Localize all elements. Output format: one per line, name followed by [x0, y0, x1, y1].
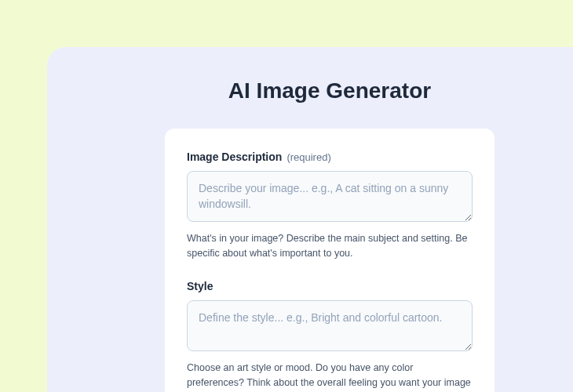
- image-description-input[interactable]: [187, 171, 473, 222]
- field-style: Style Choose an art style or mood. Do yo…: [187, 280, 473, 392]
- form-card: Image Description (required) What's in y…: [165, 129, 495, 392]
- main-panel: AI Image Generator Image Description (re…: [47, 47, 573, 392]
- required-tag: (required): [286, 151, 330, 163]
- page-title: AI Image Generator: [47, 78, 573, 103]
- style-input[interactable]: [187, 300, 473, 351]
- field-label-style: Style: [187, 280, 213, 292]
- help-text-image-description: What's in your image? Describe the main …: [187, 231, 473, 261]
- label-row: Style: [187, 280, 473, 292]
- help-text-style: Choose an art style or mood. Do you have…: [187, 361, 473, 392]
- label-row: Image Description (required): [187, 151, 473, 163]
- field-image-description: Image Description (required) What's in y…: [187, 151, 473, 261]
- field-label-image-description: Image Description: [187, 151, 282, 163]
